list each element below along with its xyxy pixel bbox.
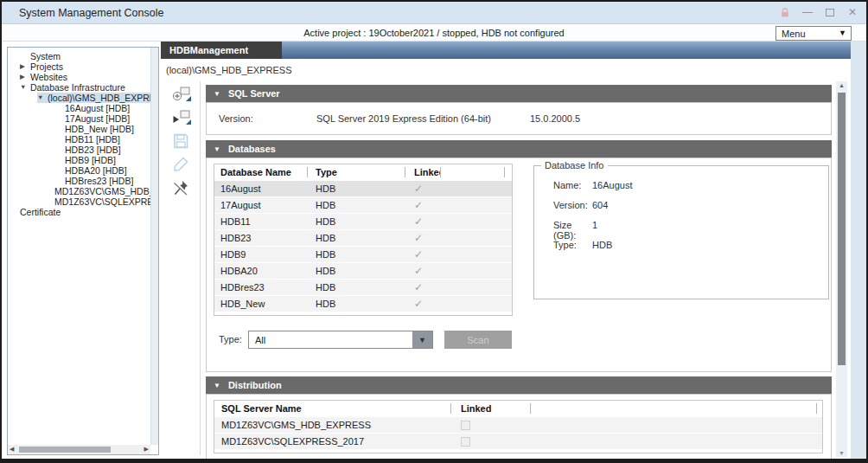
table-cell [817,417,822,433]
chevron-down-icon[interactable]: ▼ [412,331,432,348]
table-row[interactable]: 17AugustHDB✓ [214,197,512,213]
tree-item-label: Certificate [20,207,61,217]
tree-item[interactable]: System [8,51,150,61]
databases-section: Database NameTypeLinked16AugustHDB✓17Aug… [206,158,832,372]
info-field-label: Name: [553,180,592,200]
info-field: Size (GB):1 [553,220,821,240]
sql-server-section-header[interactable]: ▼SQL Server [206,85,832,102]
tree-item[interactable]: HDB11 [HDB] [8,134,150,145]
table-row[interactable]: HDB11HDB✓ [214,214,512,229]
chevron-down-icon: ▼ [839,29,846,37]
minimize-button[interactable]: — [801,5,814,19]
linked-checkmark-icon[interactable]: ✓ [414,265,423,277]
tree-item-label: MD1Z63VC\GMS_HDB_EXPRESS [54,186,150,196]
table-row[interactable]: HDB23HDB✓ [214,230,512,246]
tree-item[interactable]: ▼(local)\GMS_HDB_EXPRESS [8,93,150,103]
create-database-icon[interactable] [171,85,194,104]
linked-checkmark-icon[interactable]: ✓ [414,183,423,195]
tree-item[interactable]: ▶Websites [8,72,150,82]
close-button[interactable]: ✕ [846,5,859,19]
maximize-button[interactable] [823,5,837,19]
arrow-spacer [54,176,65,186]
tree-item[interactable]: ▼Database Infrastructure [8,82,150,93]
table-row[interactable]: MD1Z63VC\SQLEXPRESS_2017 [214,434,822,449]
linked-checkmark-icon[interactable]: ✓ [414,298,423,310]
tree-item[interactable]: 16August [HDB] [8,103,150,113]
linked-checkbox[interactable] [461,421,470,430]
tab-hdb-management[interactable]: HDBManagement [161,42,282,59]
scroll-left-icon[interactable]: ◀ [10,446,14,453]
scan-button[interactable]: Scan [444,331,512,349]
table-row[interactable]: HDB_NewHDB✓ [214,296,512,312]
table-row[interactable]: HDB9HDB✓ [214,247,512,262]
linked-checkmark-icon[interactable]: ✓ [414,232,423,244]
window-title: System Management Console [19,7,163,19]
table-cell: HDB9 [214,247,307,262]
scrollbar-thumb[interactable] [19,447,111,453]
tree-item-label: HDBres23 [HDB] [65,176,133,186]
main-vertical-scrollbar[interactable]: ▲ ▼ [836,81,847,457]
table-row[interactable]: HDBres23HDB✓ [214,280,512,295]
tree-item[interactable]: 17August [HDB] [8,113,150,124]
scrollbar-thumb[interactable] [838,93,846,365]
section-title: SQL Server [228,88,280,99]
table-cell: 17August [214,197,307,213]
info-field: Version:604 [553,200,821,220]
linked-checkmark-icon[interactable]: ✓ [414,281,423,293]
unpin-icon[interactable] [171,178,194,197]
table-row[interactable]: 16AugustHDB✓ [214,181,512,196]
table-cell [505,296,512,312]
linked-checkmark-icon[interactable]: ✓ [414,248,423,260]
column-header [505,164,512,180]
table-cell: HDB [308,280,405,295]
info-field-value: HDB [592,240,612,260]
column-header [441,164,504,180]
linked-checkmark-icon[interactable]: ✓ [414,199,423,211]
tree-item[interactable]: HDB23 [HDB] [8,145,150,155]
linked-checkmark-icon[interactable]: ✓ [414,215,423,228]
table-row[interactable]: HDBA20HDB✓ [214,263,512,279]
chevron-expanded-icon[interactable]: ▼ [20,82,30,93]
divider [200,81,201,455]
tree-item[interactable]: HDB9 [HDB] [8,155,150,165]
distribution-table: SQL Server NameLinkedMD1Z63VC\GMS_HDB_EX… [214,400,823,453]
tree-item[interactable]: ▶Projects [8,61,150,72]
attach-database-icon[interactable] [171,108,194,127]
chevron-collapsed-icon[interactable]: ▶ [20,72,30,82]
tree-item[interactable]: MD1Z63VC\GMS_HDB_EXPRESS [8,186,150,196]
tree-item[interactable]: HDBA20 [HDB] [8,165,150,176]
tree-item-label: (local)\GMS_HDB_EXPRESS [48,93,150,103]
databases-section-header[interactable]: ▼Databases [206,140,832,158]
save-icon [171,132,194,151]
distribution-section-header[interactable]: ▼Distribution [206,376,832,394]
table-cell [441,214,504,229]
tree-vertical-scrollbar[interactable] [150,48,158,445]
scroll-right-icon[interactable]: ▶ [144,446,149,453]
tree-item[interactable]: HDBres23 [HDB] [8,176,150,186]
table-cell: MD1Z63VC\GMS_HDB_EXPRESS [214,417,450,433]
chevron-expanded-icon[interactable]: ▼ [37,93,48,103]
type-filter-dropdown[interactable]: All ▼ [248,331,433,349]
tree-item[interactable]: MD1Z63VC\SQLEXPRESS_2017 [8,196,150,207]
linked-checkbox[interactable] [461,437,470,447]
tree-item-label: HDBA20 [HDB] [65,165,127,176]
column-header: Linked [405,164,440,180]
databases-table: Database NameTypeLinked16AugustHDB✓17Aug… [214,164,513,316]
column-header: SQL Server Name [214,401,450,416]
database-info-fields: Name:16AugustVersion:604Size (GB):1Type:… [553,180,821,260]
chevron-collapsed-icon[interactable]: ▶ [20,61,30,72]
scroll-up-icon[interactable]: ▲ [836,82,847,88]
table-cell [451,417,530,433]
tree-horizontal-scrollbar[interactable]: ◀ ▶ [8,445,150,454]
tree-item[interactable]: HDB_New [HDB] [8,124,150,134]
scroll-down-icon[interactable]: ▼ [836,450,847,456]
table-cell [441,197,504,213]
table-header-row: Database NameTypeLinked [214,164,512,180]
table-cell [441,263,504,279]
table-row[interactable]: MD1Z63VC\GMS_HDB_EXPRESS [214,417,822,433]
tree-item[interactable]: Certificate [8,207,150,217]
system-management-console-window: System Management Console — ✕ Active pro… [0,0,868,463]
collapse-triangle-icon: ▼ [214,145,220,153]
menu-dropdown[interactable]: Menu ▼ [775,26,852,41]
tree-item-label: Database Infrastructure [30,82,125,93]
